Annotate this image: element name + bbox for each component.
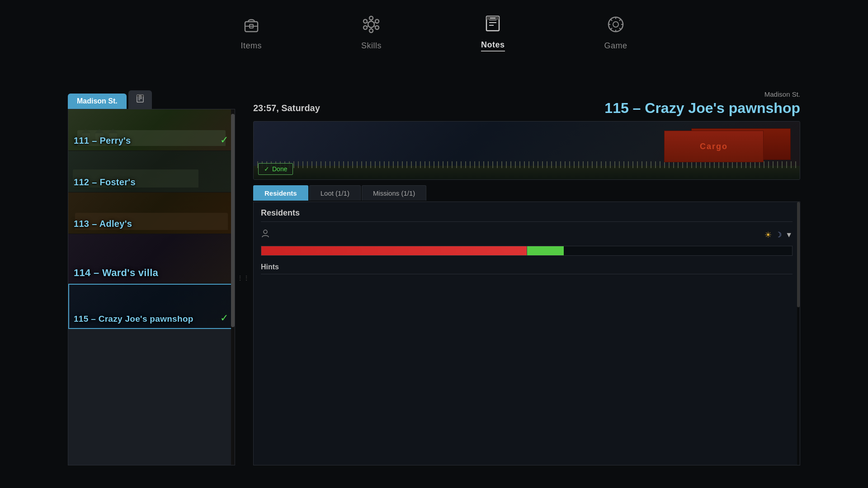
list-scrollbar[interactable] <box>231 109 235 465</box>
drag-handle[interactable]: ⋮⋮ <box>237 274 250 282</box>
right-panel: Madison St. 23:57, Saturday 115 – Crazy … <box>253 90 800 465</box>
tab-madison-st[interactable]: Madison St. <box>68 94 127 109</box>
location-111-check: ✓ <box>220 134 228 146</box>
svg-point-3 <box>368 21 374 28</box>
bar-night-segment <box>527 246 564 255</box>
hints-section: Hints <box>261 263 793 274</box>
nav-skills[interactable]: Skills <box>361 14 382 51</box>
top-navigation: Items Skills <box>0 0 868 52</box>
location-114-name: 114 – Ward's villa <box>74 267 158 279</box>
detail-tabs: Residents Loot (1/1) Missions (1/1) <box>253 185 800 201</box>
time-icons: ☀ ☽ ▼ <box>764 230 793 240</box>
svg-point-8 <box>363 26 367 29</box>
svg-line-31 <box>611 19 612 21</box>
svg-line-29 <box>619 28 621 29</box>
location-item-111[interactable]: 111 – Perry's ✓ <box>68 109 235 151</box>
svg-point-7 <box>369 29 373 33</box>
tab-bar: Madison St. <box>68 90 235 109</box>
svg-line-28 <box>619 19 621 21</box>
location-item-114[interactable]: 114 – Ward's villa <box>68 234 235 284</box>
location-title-row: 23:57, Saturday 115 – Crazy Joe's pawnsh… <box>253 100 800 117</box>
svg-point-23 <box>613 22 618 27</box>
scrollbar-thumb <box>231 114 235 327</box>
left-panel: Madison St. <box>68 90 235 465</box>
svg-point-22 <box>609 17 623 32</box>
residents-section-title: Residents <box>261 208 793 222</box>
location-115-name: 115 – Crazy Joe's pawnshop <box>74 314 193 324</box>
bar-day-segment <box>261 246 527 255</box>
residents-header-row: ☀ ☽ ▼ <box>261 227 793 242</box>
detail-scrollbar-thumb <box>797 202 800 307</box>
done-badge: ✓ Done <box>258 163 293 175</box>
tab-missions[interactable]: Missions (1/1) <box>362 185 426 201</box>
notes-label: Notes <box>481 40 505 50</box>
game-label: Game <box>604 41 627 51</box>
svg-point-5 <box>375 19 379 23</box>
location-preview: ✓ Done <box>253 121 800 180</box>
resident-activity-bar <box>261 246 793 256</box>
tab-loot[interactable]: Loot (1/1) <box>309 185 361 201</box>
filter-icon[interactable]: ▼ <box>785 231 793 239</box>
svg-point-38 <box>264 230 267 234</box>
location-item-115[interactable]: 115 – Crazy Joe's pawnshop ✓ <box>68 284 235 329</box>
notes-icon <box>483 14 503 37</box>
location-list: 111 – Perry's ✓ 112 – Foster's 113 – Adl… <box>68 109 235 465</box>
nav-items[interactable]: Items <box>241 14 262 51</box>
location-113-name: 113 – Adley's <box>74 219 132 229</box>
location-111-name: 111 – Perry's <box>74 136 131 146</box>
location-item-113[interactable]: 113 – Adley's <box>68 192 235 234</box>
items-label: Items <box>241 41 262 51</box>
location-item-112[interactable]: 112 – Foster's <box>68 151 235 192</box>
main-content: Madison St. <box>68 90 800 465</box>
items-icon <box>241 14 261 38</box>
nav-notes[interactable]: Notes <box>481 14 505 52</box>
game-icon <box>606 14 626 38</box>
street-label: Madison St. <box>253 90 800 98</box>
done-check-icon: ✓ <box>264 165 269 173</box>
detail-content: Residents ☀ ☽ ▼ <box>253 202 800 465</box>
location-title: 115 – Crazy Joe's pawnshop <box>604 100 800 117</box>
skills-label: Skills <box>361 41 382 51</box>
svg-line-30 <box>611 28 612 29</box>
location-115-check: ✓ <box>220 312 228 324</box>
location-112-name: 112 – Foster's <box>74 177 136 188</box>
svg-point-6 <box>375 26 379 29</box>
skills-icon <box>361 14 381 38</box>
svg-point-4 <box>369 16 373 20</box>
detail-scrollbar[interactable] <box>797 202 800 465</box>
hints-title: Hints <box>261 263 793 274</box>
nav-game[interactable]: Game <box>604 14 627 51</box>
done-label: Done <box>272 165 287 173</box>
person-icon <box>261 229 270 240</box>
tab-notes-icon[interactable] <box>128 90 152 109</box>
bar-divider <box>527 246 527 255</box>
moon-icon: ☽ <box>775 230 782 239</box>
tab-residents[interactable]: Residents <box>253 185 308 201</box>
location-time: 23:57, Saturday <box>253 103 320 113</box>
sun-icon: ☀ <box>764 230 772 240</box>
svg-point-9 <box>363 19 367 23</box>
